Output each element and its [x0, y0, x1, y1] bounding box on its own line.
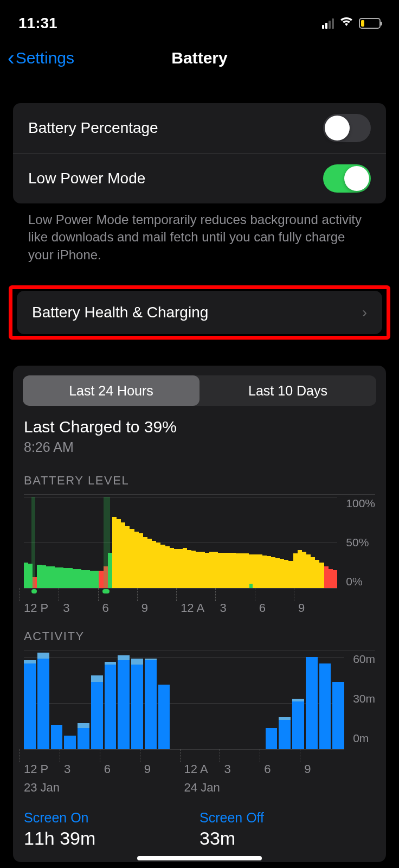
home-indicator[interactable] — [137, 856, 262, 860]
y-tick: 0% — [346, 575, 375, 588]
screen-on-label: Screen On — [24, 810, 200, 826]
date-label: 24 Jan — [184, 781, 345, 795]
low-power-mode-toggle[interactable] — [323, 164, 371, 193]
status-icons — [322, 16, 381, 30]
battery-level-heading: BATTERY LEVEL — [24, 474, 375, 488]
battery-percentage-toggle[interactable] — [323, 114, 371, 142]
activity-chart[interactable] — [24, 657, 344, 749]
y-tick: 30m — [353, 692, 375, 705]
screen-on-value: 11h 39m — [24, 828, 200, 849]
low-power-footer: Low Power Mode temporarily reduces backg… — [13, 203, 386, 264]
wifi-icon — [339, 16, 353, 30]
chevron-left-icon: ‹ — [8, 48, 15, 68]
time-range-segmented-control[interactable]: Last 24 Hours Last 10 Days — [23, 375, 376, 406]
back-button[interactable]: ‹ Settings — [8, 48, 74, 68]
y-tick: 100% — [346, 497, 375, 510]
last-charged-title: Last Charged to 39% — [24, 418, 375, 436]
y-tick: 0m — [353, 732, 375, 745]
page-title: Battery — [171, 49, 227, 67]
battery-status-icon — [359, 18, 381, 29]
tab-last-24-hours[interactable]: Last 24 Hours — [23, 375, 200, 406]
last-charged-time: 8:26 AM — [24, 439, 375, 455]
y-tick: 50% — [346, 536, 375, 549]
status-time: 11:31 — [18, 15, 57, 32]
cellular-signal-icon — [322, 18, 334, 29]
row-label: Battery Health & Charging — [32, 304, 208, 321]
row-label: Low Power Mode — [28, 170, 145, 187]
activity-heading: ACTIVITY — [24, 629, 375, 643]
y-tick: 60m — [353, 653, 375, 666]
battery-level-chart[interactable] — [24, 497, 337, 588]
battery-health-row[interactable]: Battery Health & Charging › — [17, 291, 382, 334]
row-label: Battery Percentage — [28, 119, 158, 137]
date-label: 23 Jan — [24, 781, 184, 795]
screen-off-value: 33m — [200, 828, 375, 849]
highlight-annotation: Battery Health & Charging › — [9, 285, 390, 340]
chevron-right-icon: › — [362, 304, 367, 321]
battery-percentage-row[interactable]: Battery Percentage — [13, 103, 386, 153]
low-power-mode-row[interactable]: Low Power Mode — [13, 153, 386, 203]
back-label: Settings — [16, 49, 74, 67]
tab-last-10-days[interactable]: Last 10 Days — [200, 375, 376, 406]
screen-off-label: Screen Off — [200, 810, 375, 826]
